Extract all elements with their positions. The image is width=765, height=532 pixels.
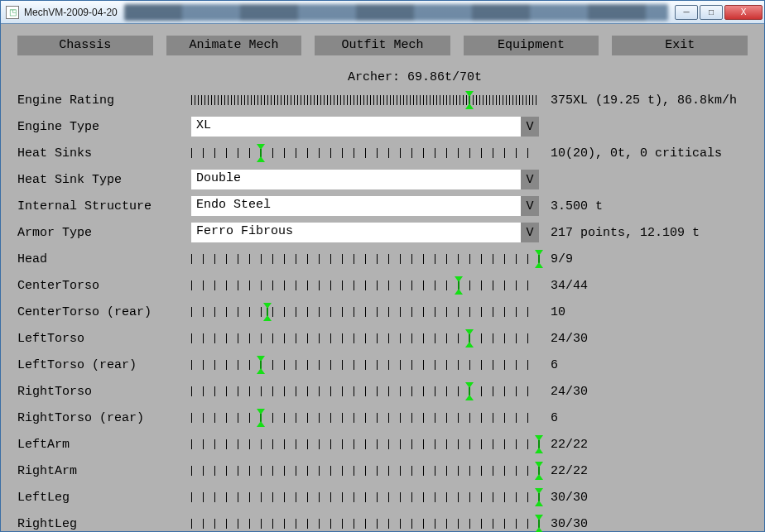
info-armor-type: 217 points, 12.109 t xyxy=(551,226,700,240)
row-head: Head 9/9 xyxy=(17,247,748,271)
app-icon: ◳ xyxy=(6,6,19,19)
slider-center-torso-rear[interactable] xyxy=(191,304,539,320)
row-right-torso: RightTorso 24/30 xyxy=(17,379,748,404)
slider-left-torso[interactable] xyxy=(191,330,539,347)
slider-right-arm[interactable] xyxy=(191,463,539,479)
row-left-torso-rear: LeftTorso (rear) 6 xyxy=(17,352,748,377)
slider-handle-icon[interactable] xyxy=(257,144,265,162)
label-left-arm: LeftArm xyxy=(17,438,191,452)
chevron-down-icon[interactable]: V xyxy=(521,117,539,137)
row-heat-sinks: Heat Sinks 10(20), 0t, 0 criticals xyxy=(17,141,748,165)
label-engine-type: Engine Type xyxy=(17,120,191,134)
row-heat-sink-type: Heat Sink Type Double V xyxy=(17,167,748,192)
label-left-torso: LeftTorso xyxy=(17,332,191,346)
info-right-torso: 24/30 xyxy=(551,385,588,399)
exit-button[interactable]: Exit xyxy=(612,36,748,55)
row-engine-type: Engine Type XL V xyxy=(17,114,748,139)
summary-label: Archer: 69.86t/70t xyxy=(241,70,589,84)
outfit-button[interactable]: Outfit Mech xyxy=(315,36,450,55)
dropdown-armor-type[interactable]: Ferro Fibrous V xyxy=(191,223,539,242)
slider-engine-rating[interactable] xyxy=(191,92,539,108)
label-heat-sink-type: Heat Sink Type xyxy=(17,173,191,187)
label-right-torso: RightTorso xyxy=(17,385,191,399)
info-center-torso: 34/44 xyxy=(551,279,588,293)
info-left-leg: 30/30 xyxy=(551,491,588,505)
slider-right-torso-rear[interactable] xyxy=(191,410,539,426)
slider-center-torso[interactable] xyxy=(191,277,539,294)
row-center-torso-rear: CenterTorso (rear) 10 xyxy=(17,300,748,324)
background-tabs xyxy=(124,4,668,21)
info-left-arm: 22/22 xyxy=(551,438,588,452)
slider-handle-icon[interactable] xyxy=(535,515,543,532)
slider-handle-icon[interactable] xyxy=(535,435,543,453)
chassis-button[interactable]: Chassis xyxy=(17,36,153,55)
label-internal-structure: Internal Structure xyxy=(17,199,191,213)
row-left-leg: LeftLeg 30/30 xyxy=(17,485,748,510)
slider-handle-icon[interactable] xyxy=(465,91,474,109)
client-area: Chassis Animate Mech Outfit Mech Equipme… xyxy=(1,24,764,531)
chevron-down-icon[interactable]: V xyxy=(521,170,539,189)
maximize-button[interactable]: □ xyxy=(700,5,723,20)
slider-handle-icon[interactable] xyxy=(465,382,474,400)
label-left-leg: LeftLeg xyxy=(17,491,191,505)
slider-head[interactable] xyxy=(191,251,539,267)
slider-handle-icon[interactable] xyxy=(465,329,474,347)
info-heat-sinks: 10(20), 0t, 0 criticals xyxy=(551,146,722,161)
window-buttons: ─ □ X xyxy=(675,5,763,20)
config-rows: Engine Rating 375XL (19.25 t), 86.8km/h … xyxy=(17,88,748,532)
label-right-torso-rear: RightTorso (rear) xyxy=(17,411,191,425)
info-left-torso: 24/30 xyxy=(551,332,588,346)
dropdown-value: XL xyxy=(191,117,521,137)
titlebar: ◳ MechVM-2009-04-20 ─ □ X xyxy=(1,1,764,24)
info-center-torso-rear: 10 xyxy=(551,305,565,319)
info-left-torso-rear: 6 xyxy=(551,358,558,372)
info-internal-structure: 3.500 t xyxy=(551,199,603,213)
slider-handle-icon[interactable] xyxy=(257,409,265,427)
slider-heat-sinks[interactable] xyxy=(191,145,539,161)
slider-handle-icon[interactable] xyxy=(535,462,543,480)
menubar: Chassis Animate Mech Outfit Mech Equipme… xyxy=(17,36,748,55)
row-center-torso: CenterTorso 34/44 xyxy=(17,273,748,298)
info-engine-rating: 375XL (19.25 t), 86.8km/h xyxy=(551,93,737,108)
window: ◳ MechVM-2009-04-20 ─ □ X Chassis Animat… xyxy=(0,0,765,532)
info-right-torso-rear: 6 xyxy=(551,411,558,425)
slider-left-leg[interactable] xyxy=(191,489,539,506)
label-armor-type: Armor Type xyxy=(17,226,191,240)
dropdown-value: Ferro Fibrous xyxy=(191,223,521,242)
slider-handle-icon[interactable] xyxy=(535,250,543,268)
slider-handle-icon[interactable] xyxy=(257,356,265,374)
row-internal-structure: Internal Structure Endo Steel V 3.500 t xyxy=(17,194,748,218)
slider-left-arm[interactable] xyxy=(191,436,539,453)
minimize-button[interactable]: ─ xyxy=(675,5,698,20)
label-head: Head xyxy=(17,252,191,266)
animate-button[interactable]: Animate Mech xyxy=(166,36,302,55)
slider-handle-icon[interactable] xyxy=(263,303,272,321)
chevron-down-icon[interactable]: V xyxy=(521,223,539,242)
slider-right-leg[interactable] xyxy=(191,515,539,532)
label-right-leg: RightLeg xyxy=(17,517,191,531)
dropdown-internal-structure[interactable]: Endo Steel V xyxy=(191,196,539,216)
close-button[interactable]: X xyxy=(724,5,763,20)
slider-handle-icon[interactable] xyxy=(535,488,543,506)
slider-handle-icon[interactable] xyxy=(455,276,463,295)
label-right-arm: RightArm xyxy=(17,464,191,478)
label-left-torso-rear: LeftTorso (rear) xyxy=(17,358,191,372)
row-right-arm: RightArm 22/22 xyxy=(17,458,748,483)
row-right-leg: RightLeg 30/30 xyxy=(17,511,748,532)
dropdown-heat-sink-type[interactable]: Double V xyxy=(191,170,539,189)
dropdown-value: Double xyxy=(191,170,521,189)
label-center-torso-rear: CenterTorso (rear) xyxy=(17,305,191,319)
slider-left-torso-rear[interactable] xyxy=(191,357,539,373)
label-heat-sinks: Heat Sinks xyxy=(17,146,191,161)
info-right-leg: 30/30 xyxy=(551,517,588,531)
row-engine-rating: Engine Rating 375XL (19.25 t), 86.8km/h xyxy=(17,88,748,113)
info-head: 9/9 xyxy=(551,252,573,266)
equipment-button[interactable]: Equipment xyxy=(464,36,599,55)
chevron-down-icon[interactable]: V xyxy=(521,196,539,216)
info-right-arm: 22/22 xyxy=(551,464,588,478)
row-left-torso: LeftTorso 24/30 xyxy=(17,326,748,351)
dropdown-engine-type[interactable]: XL V xyxy=(191,117,539,137)
dropdown-value: Endo Steel xyxy=(191,196,521,216)
slider-right-torso[interactable] xyxy=(191,383,539,400)
label-center-torso: CenterTorso xyxy=(17,279,191,293)
